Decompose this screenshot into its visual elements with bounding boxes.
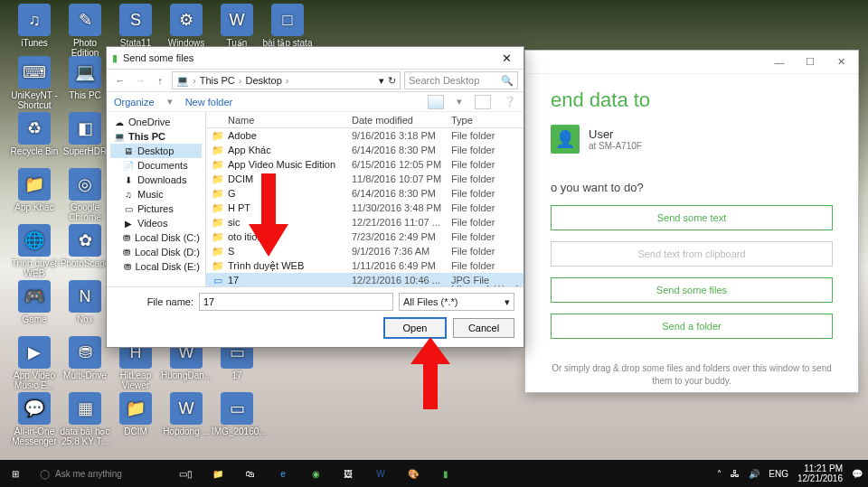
- desktop-icon-label: HitLeap Viewer: [110, 370, 161, 390]
- filename-input[interactable]: [199, 293, 393, 311]
- start-button[interactable]: ⊞: [0, 460, 31, 487]
- file-icon: 📁: [212, 129, 224, 142]
- desktop-icon[interactable]: SStata11: [110, 4, 161, 48]
- cancel-button[interactable]: Cancel: [453, 318, 514, 338]
- tree-item[interactable]: ♫Music: [110, 187, 202, 201]
- file-type-filter[interactable]: All Files (*.*)▾: [399, 293, 514, 311]
- desktop-icon-label: iTunes: [9, 38, 60, 48]
- notifications-icon[interactable]: 💬: [852, 469, 863, 479]
- file-row[interactable]: 📁Adobe9/16/2016 3:18 PMFile folder: [206, 128, 524, 143]
- tree-item[interactable]: ▭Pictures: [110, 201, 202, 216]
- desktop-icon[interactable]: NNox: [60, 280, 110, 324]
- tb-pushbullet-icon[interactable]: ▮: [430, 460, 461, 487]
- desktop-icon[interactable]: 💻This PC: [60, 56, 110, 100]
- file-type: File folder: [451, 188, 524, 199]
- desktop-icon[interactable]: WTuấn: [212, 4, 262, 48]
- desktop-icon[interactable]: WHopdong ...: [161, 392, 212, 436]
- desktop-icon[interactable]: ▦data bài học 25.8 KÝ T...: [60, 392, 110, 446]
- nav-up-icon[interactable]: ↑: [152, 72, 168, 89]
- crumb-dropdown-icon[interactable]: ▾: [379, 75, 384, 87]
- search-input[interactable]: Search Desktop 🔍: [404, 71, 518, 89]
- crumb-this-pc[interactable]: This PC: [200, 75, 235, 86]
- desktop-icon[interactable]: ♫iTunes: [9, 4, 60, 48]
- send-clipboard-button[interactable]: Send text from clipboard: [551, 241, 833, 267]
- send-folder-button[interactable]: Send a folder: [551, 314, 833, 339]
- desktop-icon[interactable]: ⌨UniKeyNT - Shortcut: [9, 56, 60, 110]
- tb-word-icon[interactable]: W: [365, 460, 396, 487]
- send-text-button[interactable]: Send some text: [551, 205, 833, 230]
- nav-tree[interactable]: ☁OneDrive💻This PC🖥Desktop📄Documents⬇Down…: [107, 112, 206, 286]
- new-folder-button[interactable]: New folder: [185, 97, 233, 108]
- tree-item[interactable]: 💻This PC: [110, 129, 202, 144]
- desktop-icon[interactable]: 🌐Trình duyệt WEB: [9, 224, 60, 278]
- preview-pane-icon[interactable]: [475, 95, 491, 109]
- close-button[interactable]: ✕: [827, 53, 854, 71]
- open-button[interactable]: Open: [384, 318, 446, 338]
- desktop-icon[interactable]: ⛃Multi-Drive: [60, 336, 110, 380]
- tb-photos-icon[interactable]: 🖼: [333, 460, 363, 487]
- file-row[interactable]: 📁App Khác6/14/2016 8:30 PMFile folder: [206, 143, 524, 157]
- tree-item[interactable]: ⬇Downloads: [110, 173, 202, 187]
- maximize-button[interactable]: ☐: [797, 53, 824, 71]
- tree-item[interactable]: ⛃Local Disk (E:): [110, 259, 202, 274]
- desktop-icon-glyph: W: [221, 4, 253, 36]
- file-name: App Video Music Edition: [228, 159, 352, 170]
- refresh-icon[interactable]: ↻: [388, 75, 396, 87]
- tray-network-icon[interactable]: 🖧: [731, 469, 740, 479]
- desktop-icon-glyph: N: [69, 280, 101, 313]
- task-view-icon[interactable]: ▭▯: [170, 460, 201, 487]
- dialog-close-button[interactable]: ✕: [495, 52, 518, 65]
- desktop-icon[interactable]: ▭IMG_20160...: [212, 392, 262, 436]
- tray-lang[interactable]: ENG: [769, 469, 788, 479]
- tb-explorer-icon[interactable]: 📁: [203, 460, 233, 487]
- desktop-icon-glyph: S: [119, 4, 152, 36]
- tb-app1-icon[interactable]: ◉: [300, 460, 331, 487]
- desktop-icon[interactable]: 🎮Game: [9, 280, 60, 324]
- tray-volume-icon[interactable]: 🔊: [749, 469, 760, 479]
- desktop-icon-label: This PC: [60, 90, 110, 100]
- tb-edge-icon[interactable]: e: [268, 460, 298, 487]
- tree-item[interactable]: 🖥Desktop: [110, 144, 202, 158]
- organize-menu[interactable]: Organize: [114, 97, 155, 108]
- desktop-icon-glyph: ▶: [18, 336, 51, 369]
- svg-marker-1: [249, 224, 288, 257]
- col-name[interactable]: Name: [206, 115, 352, 126]
- file-row[interactable]: 📁Trình duyệt WEB1/11/2016 6:49 PMFile fo…: [206, 258, 524, 273]
- svg-rect-3: [423, 364, 438, 409]
- breadcrumb[interactable]: 💻 › This PC › Desktop › ▾ ↻: [172, 71, 401, 89]
- tree-icon: ⬇: [123, 174, 134, 185]
- tree-item[interactable]: ⛃Local Disk (D:): [110, 245, 202, 259]
- tree-item[interactable]: ⛃Local Disk (C:): [110, 230, 202, 245]
- file-row[interactable]: 📁App Video Music Edition6/15/2016 12:05 …: [206, 157, 524, 172]
- nav-forward-icon[interactable]: →: [132, 72, 148, 89]
- crumb-desktop[interactable]: Desktop: [245, 75, 281, 86]
- desktop-icon[interactable]: ✿PhotoScape: [60, 224, 110, 268]
- view-mode-icon[interactable]: [428, 95, 444, 109]
- desktop-icon[interactable]: 📁DCIM: [110, 392, 161, 436]
- tree-item[interactable]: 📄Documents: [110, 158, 202, 173]
- cortana-search[interactable]: ◯ Ask me anything: [33, 460, 168, 487]
- nav-back-icon[interactable]: ←: [112, 72, 128, 89]
- desktop-icon[interactable]: ◎Google Chrome: [60, 168, 110, 222]
- send-files-button[interactable]: Send some files: [551, 277, 833, 303]
- desktop-icon[interactable]: ♻Recycle Bin: [9, 112, 60, 156]
- taskbar-clock[interactable]: 11:21 PM 12/21/2016: [797, 464, 843, 483]
- tray-chevron-icon[interactable]: ˄: [717, 469, 722, 479]
- file-icon: 📁: [212, 230, 224, 243]
- help-icon[interactable]: ❔: [504, 96, 516, 108]
- desktop-icon[interactable]: ✎Photo Edition: [60, 4, 110, 58]
- tb-paint-icon[interactable]: 🎨: [398, 460, 429, 487]
- col-date[interactable]: Date modified: [352, 115, 451, 126]
- desktop-icon[interactable]: ◧SuperHDR: [60, 112, 110, 156]
- file-type: File folder: [451, 202, 524, 213]
- desktop-icon[interactable]: 💬All-in-One Messenger: [9, 392, 60, 446]
- minimize-button[interactable]: —: [766, 53, 793, 71]
- desktop-icon-glyph: 🌐: [18, 224, 51, 257]
- col-type[interactable]: Type: [451, 115, 524, 126]
- tb-store-icon[interactable]: 🛍: [235, 460, 266, 487]
- desktop-icon[interactable]: □bài tập stata: [262, 4, 313, 48]
- tree-item[interactable]: ☁OneDrive: [110, 115, 202, 129]
- desktop-icon[interactable]: 📁App Khác: [9, 168, 60, 212]
- desktop-icon[interactable]: ▶App Video Music E...: [9, 336, 60, 390]
- tree-item[interactable]: ▶Videos: [110, 216, 202, 230]
